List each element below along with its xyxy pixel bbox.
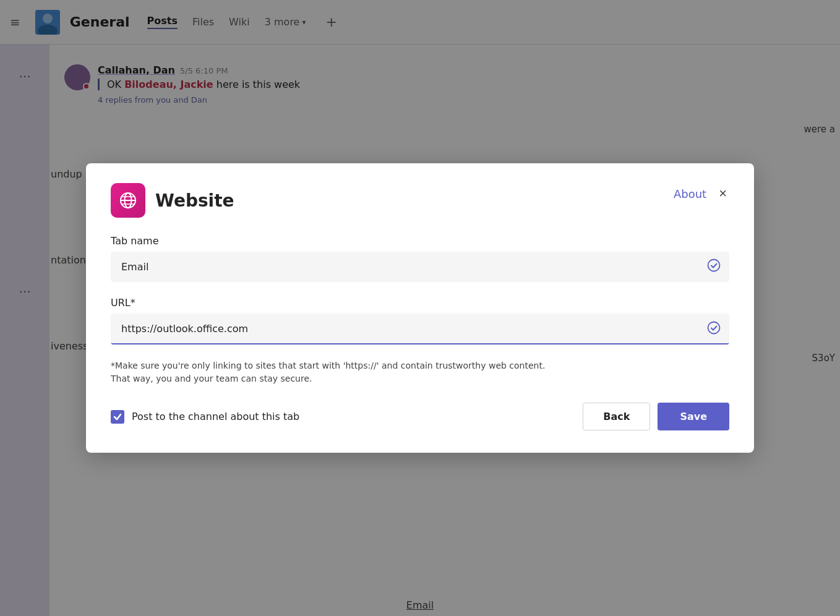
url-label: URL*	[111, 297, 729, 309]
modal-footer: Post to the channel about this tab Back …	[111, 403, 729, 430]
modal-header: Website About ×	[111, 183, 729, 218]
website-modal: Website About × Tab name URL*	[86, 163, 754, 453]
close-icon: ×	[719, 186, 727, 202]
close-button[interactable]: ×	[716, 183, 729, 204]
url-input-wrapper	[111, 314, 729, 344]
footer-buttons: Back Save	[583, 403, 729, 430]
tab-name-label: Tab name	[111, 235, 729, 247]
footer-left: Post to the channel about this tab	[111, 410, 299, 424]
modal-title: Website	[155, 190, 234, 211]
tab-name-input[interactable]	[111, 252, 729, 282]
checkbox-check-icon	[113, 413, 122, 421]
tab-name-input-wrapper	[111, 252, 729, 282]
about-link[interactable]: About	[674, 187, 706, 200]
url-hint-text: *Make sure you're only linking to sites …	[111, 359, 729, 385]
back-button[interactable]: Back	[583, 403, 650, 430]
website-icon	[111, 183, 145, 218]
save-button[interactable]: Save	[658, 403, 729, 430]
hint-line2: That way, you and your team can stay sec…	[111, 374, 312, 383]
post-checkbox-area[interactable]: Post to the channel about this tab	[111, 410, 299, 424]
url-input[interactable]	[111, 314, 729, 344]
url-field-group: URL*	[111, 297, 729, 344]
hint-line1: *Make sure you're only linking to sites …	[111, 361, 545, 370]
modal-title-area: Website	[111, 183, 234, 218]
checkbox-label: Post to the channel about this tab	[132, 411, 299, 422]
tab-name-field-group: Tab name	[111, 235, 729, 282]
post-checkbox[interactable]	[111, 410, 124, 424]
modal-header-actions: About ×	[674, 183, 729, 204]
globe-icon	[119, 191, 137, 210]
